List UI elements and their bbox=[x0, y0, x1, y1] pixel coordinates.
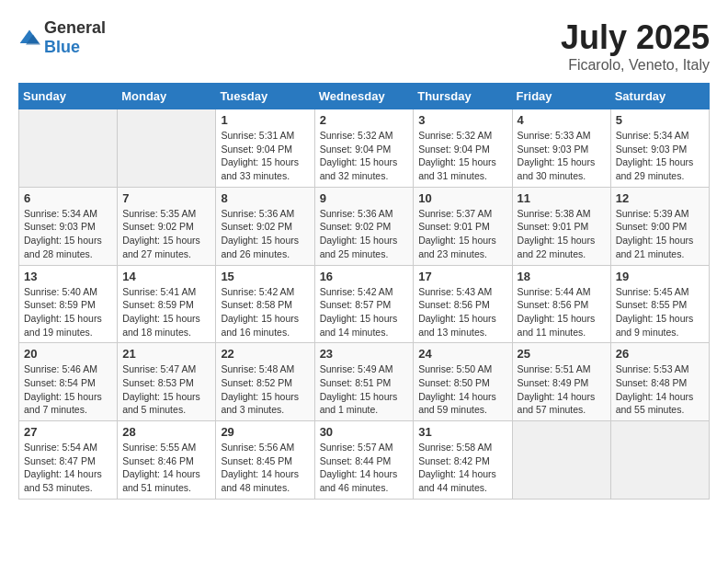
calendar-cell bbox=[610, 421, 709, 500]
calendar-cell: 18Sunrise: 5:44 AM Sunset: 8:56 PM Dayli… bbox=[512, 265, 610, 343]
day-number: 21 bbox=[122, 347, 210, 361]
logo-blue: Blue bbox=[44, 38, 80, 56]
calendar-cell: 20Sunrise: 5:46 AM Sunset: 8:54 PM Dayli… bbox=[19, 343, 118, 421]
calendar-cell: 23Sunrise: 5:49 AM Sunset: 8:51 PM Dayli… bbox=[314, 343, 414, 421]
day-number: 31 bbox=[418, 425, 506, 439]
day-number: 12 bbox=[616, 191, 704, 205]
day-info: Sunrise: 5:35 AM Sunset: 9:02 PM Dayligh… bbox=[122, 207, 210, 261]
day-info: Sunrise: 5:45 AM Sunset: 8:55 PM Dayligh… bbox=[616, 285, 704, 339]
calendar-cell: 16Sunrise: 5:42 AM Sunset: 8:57 PM Dayli… bbox=[314, 265, 414, 343]
day-number: 30 bbox=[320, 425, 409, 439]
day-info: Sunrise: 5:54 AM Sunset: 8:47 PM Dayligh… bbox=[24, 441, 112, 495]
day-info: Sunrise: 5:36 AM Sunset: 9:02 PM Dayligh… bbox=[221, 207, 309, 261]
week-row-5: 27Sunrise: 5:54 AM Sunset: 8:47 PM Dayli… bbox=[19, 421, 710, 500]
day-number: 29 bbox=[221, 425, 309, 439]
day-info: Sunrise: 5:34 AM Sunset: 9:03 PM Dayligh… bbox=[616, 129, 704, 183]
weekday-header-friday: Friday bbox=[512, 84, 610, 109]
calendar-cell: 7Sunrise: 5:35 AM Sunset: 9:02 PM Daylig… bbox=[118, 187, 216, 265]
calendar-cell: 6Sunrise: 5:34 AM Sunset: 9:03 PM Daylig… bbox=[19, 187, 118, 265]
logo-icon bbox=[18, 29, 40, 47]
calendar-cell bbox=[118, 109, 216, 188]
calendar-cell: 24Sunrise: 5:50 AM Sunset: 8:50 PM Dayli… bbox=[414, 343, 512, 421]
title-block: July 2025 Ficarolo, Veneto, Italy bbox=[561, 18, 710, 74]
day-info: Sunrise: 5:53 AM Sunset: 8:48 PM Dayligh… bbox=[616, 362, 704, 417]
day-info: Sunrise: 5:49 AM Sunset: 8:51 PM Dayligh… bbox=[320, 362, 409, 417]
day-info: Sunrise: 5:40 AM Sunset: 8:59 PM Dayligh… bbox=[24, 285, 112, 339]
weekday-header-saturday: Saturday bbox=[610, 84, 709, 109]
day-info: Sunrise: 5:33 AM Sunset: 9:03 PM Dayligh… bbox=[518, 129, 606, 183]
day-number: 17 bbox=[418, 270, 506, 283]
day-number: 3 bbox=[418, 113, 506, 127]
day-info: Sunrise: 5:32 AM Sunset: 9:04 PM Dayligh… bbox=[320, 129, 409, 183]
day-number: 18 bbox=[518, 270, 606, 283]
week-row-3: 13Sunrise: 5:40 AM Sunset: 8:59 PM Dayli… bbox=[19, 265, 710, 343]
calendar-table: SundayMondayTuesdayWednesdayThursdayFrid… bbox=[18, 83, 710, 500]
weekday-header-thursday: Thursday bbox=[414, 84, 512, 109]
location-title: Ficarolo, Veneto, Italy bbox=[561, 57, 710, 74]
week-row-4: 20Sunrise: 5:46 AM Sunset: 8:54 PM Dayli… bbox=[19, 343, 710, 421]
day-number: 19 bbox=[616, 270, 704, 283]
logo: General Blue bbox=[18, 18, 106, 57]
day-number: 26 bbox=[616, 347, 704, 361]
calendar-cell: 26Sunrise: 5:53 AM Sunset: 8:48 PM Dayli… bbox=[610, 343, 709, 421]
day-number: 16 bbox=[320, 270, 409, 283]
calendar-cell: 27Sunrise: 5:54 AM Sunset: 8:47 PM Dayli… bbox=[19, 421, 118, 500]
calendar-cell: 21Sunrise: 5:47 AM Sunset: 8:53 PM Dayli… bbox=[118, 343, 216, 421]
weekday-header-tuesday: Tuesday bbox=[216, 84, 314, 109]
day-number: 15 bbox=[221, 270, 309, 283]
day-info: Sunrise: 5:50 AM Sunset: 8:50 PM Dayligh… bbox=[418, 362, 506, 417]
calendar-cell: 11Sunrise: 5:38 AM Sunset: 9:01 PM Dayli… bbox=[512, 187, 610, 265]
day-info: Sunrise: 5:51 AM Sunset: 8:49 PM Dayligh… bbox=[518, 362, 606, 417]
day-info: Sunrise: 5:42 AM Sunset: 8:57 PM Dayligh… bbox=[320, 285, 409, 339]
day-info: Sunrise: 5:43 AM Sunset: 8:56 PM Dayligh… bbox=[418, 285, 506, 339]
day-number: 5 bbox=[616, 113, 704, 127]
calendar-cell: 3Sunrise: 5:32 AM Sunset: 9:04 PM Daylig… bbox=[414, 109, 512, 188]
week-row-1: 1Sunrise: 5:31 AM Sunset: 9:04 PM Daylig… bbox=[19, 109, 710, 188]
calendar-cell: 10Sunrise: 5:37 AM Sunset: 9:01 PM Dayli… bbox=[414, 187, 512, 265]
day-info: Sunrise: 5:38 AM Sunset: 9:01 PM Dayligh… bbox=[518, 207, 606, 261]
calendar-cell: 31Sunrise: 5:58 AM Sunset: 8:42 PM Dayli… bbox=[414, 421, 512, 500]
calendar-cell: 25Sunrise: 5:51 AM Sunset: 8:49 PM Dayli… bbox=[512, 343, 610, 421]
calendar-cell: 9Sunrise: 5:36 AM Sunset: 9:02 PM Daylig… bbox=[314, 187, 414, 265]
month-title: July 2025 bbox=[561, 18, 710, 57]
calendar-cell: 12Sunrise: 5:39 AM Sunset: 9:00 PM Dayli… bbox=[610, 187, 709, 265]
day-number: 28 bbox=[122, 425, 210, 439]
day-info: Sunrise: 5:48 AM Sunset: 8:52 PM Dayligh… bbox=[221, 362, 309, 417]
day-info: Sunrise: 5:32 AM Sunset: 9:04 PM Dayligh… bbox=[418, 129, 506, 183]
day-number: 7 bbox=[122, 191, 210, 205]
calendar-cell: 29Sunrise: 5:56 AM Sunset: 8:45 PM Dayli… bbox=[216, 421, 314, 500]
day-number: 22 bbox=[221, 347, 309, 361]
page-header: General Blue July 2025 Ficarolo, Veneto,… bbox=[18, 18, 710, 74]
calendar-cell: 2Sunrise: 5:32 AM Sunset: 9:04 PM Daylig… bbox=[314, 109, 414, 188]
calendar-cell: 17Sunrise: 5:43 AM Sunset: 8:56 PM Dayli… bbox=[414, 265, 512, 343]
logo-general: General bbox=[44, 18, 106, 37]
calendar-cell: 14Sunrise: 5:41 AM Sunset: 8:59 PM Dayli… bbox=[118, 265, 216, 343]
day-info: Sunrise: 5:55 AM Sunset: 8:46 PM Dayligh… bbox=[122, 441, 210, 495]
day-info: Sunrise: 5:31 AM Sunset: 9:04 PM Dayligh… bbox=[221, 129, 309, 183]
calendar-cell: 13Sunrise: 5:40 AM Sunset: 8:59 PM Dayli… bbox=[19, 265, 118, 343]
calendar-cell: 4Sunrise: 5:33 AM Sunset: 9:03 PM Daylig… bbox=[512, 109, 610, 188]
calendar-cell: 5Sunrise: 5:34 AM Sunset: 9:03 PM Daylig… bbox=[610, 109, 709, 188]
day-number: 6 bbox=[24, 191, 112, 205]
day-info: Sunrise: 5:58 AM Sunset: 8:42 PM Dayligh… bbox=[418, 441, 506, 495]
calendar-cell: 22Sunrise: 5:48 AM Sunset: 8:52 PM Dayli… bbox=[216, 343, 314, 421]
day-info: Sunrise: 5:56 AM Sunset: 8:45 PM Dayligh… bbox=[221, 441, 309, 495]
calendar-cell: 15Sunrise: 5:42 AM Sunset: 8:58 PM Dayli… bbox=[216, 265, 314, 343]
day-number: 2 bbox=[320, 113, 409, 127]
day-info: Sunrise: 5:41 AM Sunset: 8:59 PM Dayligh… bbox=[122, 285, 210, 339]
day-info: Sunrise: 5:46 AM Sunset: 8:54 PM Dayligh… bbox=[24, 362, 112, 417]
day-number: 14 bbox=[122, 270, 210, 283]
calendar-cell: 1Sunrise: 5:31 AM Sunset: 9:04 PM Daylig… bbox=[216, 109, 314, 188]
day-info: Sunrise: 5:57 AM Sunset: 8:44 PM Dayligh… bbox=[320, 441, 409, 495]
weekday-header-monday: Monday bbox=[118, 84, 216, 109]
day-number: 27 bbox=[24, 425, 112, 439]
day-number: 10 bbox=[418, 191, 506, 205]
weekday-header-wednesday: Wednesday bbox=[314, 84, 414, 109]
day-info: Sunrise: 5:39 AM Sunset: 9:00 PM Dayligh… bbox=[616, 207, 704, 261]
calendar-cell: 28Sunrise: 5:55 AM Sunset: 8:46 PM Dayli… bbox=[118, 421, 216, 500]
weekday-header-sunday: Sunday bbox=[19, 84, 118, 109]
day-number: 8 bbox=[221, 191, 309, 205]
day-info: Sunrise: 5:42 AM Sunset: 8:58 PM Dayligh… bbox=[221, 285, 309, 339]
logo-text: General Blue bbox=[44, 18, 106, 57]
day-number: 24 bbox=[418, 347, 506, 361]
